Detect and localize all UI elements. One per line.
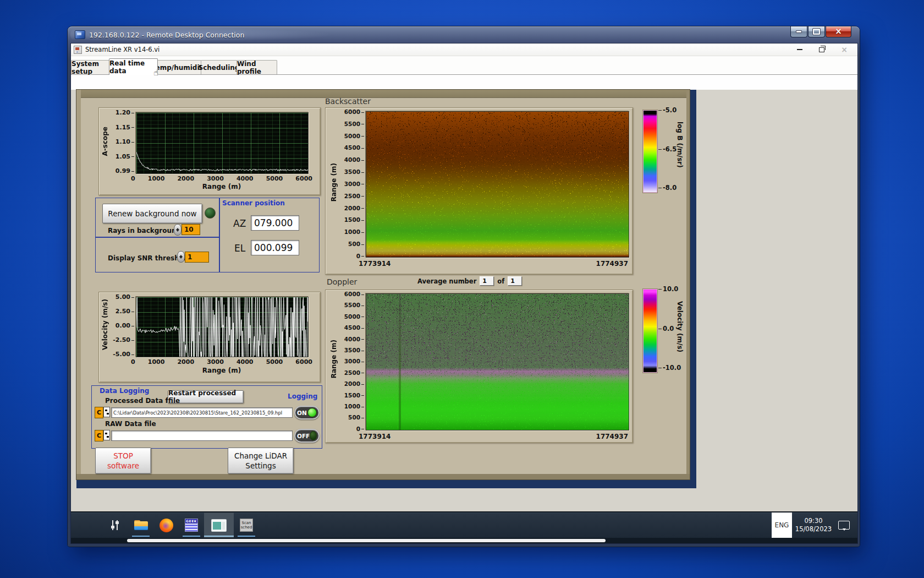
close-icon: × (835, 28, 842, 36)
axis-tick: 1000 (344, 229, 364, 235)
taskbar-item-streamline-active[interactable] (204, 512, 234, 538)
taskbar-item-mixer[interactable] (103, 512, 128, 538)
az-field[interactable]: 079.000 (251, 215, 299, 231)
tab-real-time-data[interactable]: Real time data (109, 58, 158, 75)
stop-line2: software (107, 461, 139, 471)
axis-tick: 4000 (344, 336, 364, 342)
ascope-plot[interactable] (136, 112, 309, 174)
backscatter-heatmap[interactable] (366, 111, 629, 258)
app-titlebar[interactable]: StreamLine XR v14-6.vi × (71, 43, 857, 56)
axis-tick: -5.00 (113, 352, 134, 357)
snr-spinner[interactable] (177, 251, 185, 263)
processed-drive-box[interactable]: C (95, 407, 103, 418)
rdp-close-button[interactable]: × (826, 26, 851, 37)
doppler-heatmap[interactable] (366, 293, 629, 430)
app-close-icon[interactable]: × (841, 46, 848, 53)
logging-label: Logging (288, 392, 317, 400)
rdp-horizontal-scrollbar[interactable] (71, 538, 857, 543)
minimize-icon (796, 30, 802, 33)
stop-software-button[interactable]: STOP software (95, 448, 151, 474)
snr-value-field[interactable]: 1 (185, 252, 209, 263)
raw-path-field[interactable] (111, 430, 293, 441)
average-total-field[interactable]: 1 (508, 276, 522, 286)
axis-tick: 0 (131, 175, 135, 182)
axis-tick: 3000 (207, 358, 224, 366)
app-minimize-icon[interactable] (797, 49, 802, 50)
rays-spinner[interactable] (174, 224, 182, 236)
velocity-xticks: 0100020003000400050006000 (131, 358, 312, 366)
app-restore-icon[interactable] (819, 47, 824, 52)
axis-tick: 5000 (344, 314, 364, 319)
rays-value-field[interactable]: 10 (182, 224, 200, 235)
clock-date: 15/08/2023 (792, 525, 835, 533)
velocity-plot[interactable] (136, 297, 309, 357)
axis-tick: 2000 (177, 175, 194, 182)
streamline-window: StreamLine XR v14-6.vi × System setupRea… (71, 43, 857, 511)
az-value: 079.000 (251, 217, 293, 228)
language-indicator[interactable]: ENG (772, 512, 792, 538)
raw-drive-box[interactable]: C (95, 430, 103, 441)
scanner-position-title: Scanner position (222, 199, 285, 207)
tab-temp-humidity[interactable]: Temp/humidity (157, 60, 201, 74)
processed-path-field[interactable]: C:\Lidar\Data\Proc\2023\202308\20230815\… (111, 407, 293, 418)
axis-tick: 4000 (344, 157, 364, 162)
axis-tick: 4500 (344, 325, 364, 330)
axis-tick: 500 (348, 415, 364, 420)
logging-on-lamp-icon (307, 408, 317, 417)
taskbar-item-scan-scheduler[interactable]: Scan sched (234, 512, 259, 538)
processed-logging-toggle[interactable]: ON (294, 406, 320, 419)
ascope-ylabel: A-scope (101, 127, 109, 156)
taskbar-item-firefox[interactable] (153, 512, 179, 538)
backscatter-title: Backscatter (325, 97, 371, 106)
hand-cursor: ☝ (153, 68, 158, 78)
el-field[interactable]: 000.099 (251, 240, 299, 255)
tab-scheduling[interactable]: Scheduling (201, 60, 237, 74)
axis-tick: 5000 (344, 133, 364, 139)
rdp-minimize-button[interactable] (790, 26, 807, 37)
scrollbar-thumb[interactable] (127, 539, 606, 542)
rdp-maximize-button[interactable] (808, 26, 825, 37)
taskbar-clock[interactable]: 09:30 15/08/2023 (792, 517, 835, 533)
axis-tick: 1000 (344, 403, 364, 409)
tab-wind-profile[interactable]: Wind profile (237, 60, 277, 74)
processed-browse-icon[interactable] (103, 407, 110, 417)
clock-time: 09:30 (792, 517, 835, 525)
change-lidar-settings-button[interactable]: Change LiDAR Settings (228, 448, 294, 474)
ascope-xlabel: Range (m) (136, 183, 307, 190)
noise-layer (366, 112, 629, 257)
doppler-yticks: 6000550050004500400035003000250020001500… (341, 291, 364, 432)
rdp-app-icon (75, 30, 85, 39)
axis-tick: -8.0 (658, 185, 680, 191)
raw-browse-icon[interactable] (103, 430, 110, 440)
axis-tick: 2000 (344, 205, 364, 211)
velocity-group: Velocity (m/s) 5.002.500.00-2.50-5.00 01… (98, 292, 321, 383)
restart-processed-file-button[interactable]: Restart processed file (168, 390, 244, 403)
backscatter-time-axis: 1773914 1774937 (359, 260, 628, 268)
axis-tick: 1000 (148, 358, 165, 366)
axis-tick: 0.99 (116, 168, 134, 174)
raw-data-file-label: RAW Data file (105, 420, 156, 428)
average-number-label: Average number (417, 277, 476, 285)
raw-logging-toggle[interactable]: OFF (294, 429, 320, 443)
doppler-time-axis: 1773914 1774937 (359, 433, 628, 440)
mixer-icon (110, 520, 121, 530)
axis-tick: 6000 (295, 175, 312, 182)
tab-system-setup[interactable]: System setup (71, 60, 109, 74)
rdp-titlebar[interactable]: 192.168.0.122 - Remote Desktop Connectio… (70, 26, 857, 43)
taskbar-item-file-explorer[interactable] (128, 512, 153, 538)
renew-background-button[interactable]: Renew background now (102, 204, 202, 223)
axis-tick: -10.0 (658, 365, 683, 371)
noise-layer (366, 294, 629, 430)
average-number-field[interactable]: 1 (480, 276, 494, 286)
axis-tick: 1000 (148, 175, 165, 182)
geek-app-icon: GEEK (185, 519, 198, 532)
axis-tick: 3000 (344, 358, 364, 364)
axis-tick: -5.0 (658, 107, 680, 113)
axis-tick: 3000 (207, 175, 224, 182)
panel-frame-bottom (76, 474, 690, 479)
doppler-colorbar-unit: Velocity (m/s) (676, 301, 684, 352)
axis-tick: -2.50 (113, 337, 134, 343)
taskbar-item-geek[interactable]: GEEK (179, 512, 204, 538)
notification-center-icon[interactable] (838, 521, 850, 530)
time-end: 1774937 (596, 260, 628, 268)
